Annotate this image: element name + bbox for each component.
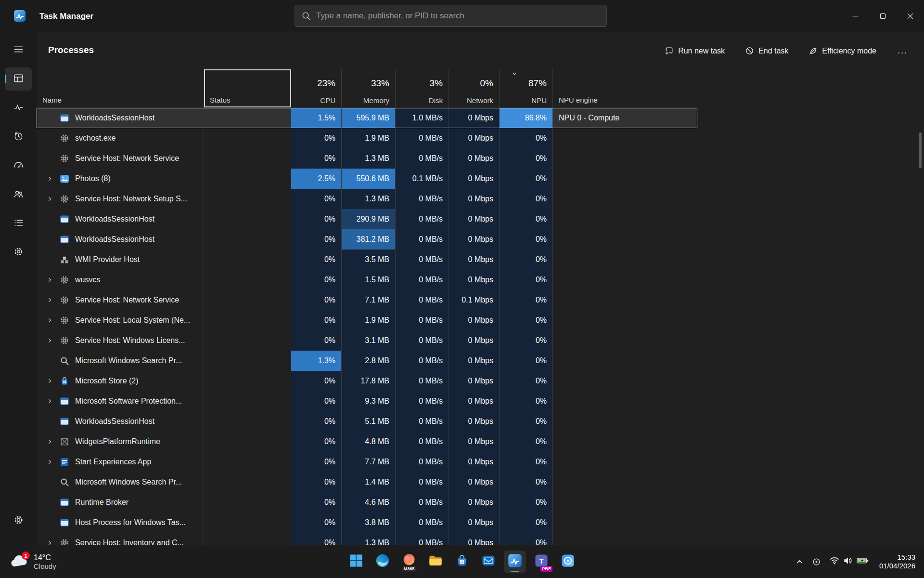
sidebar-item-details[interactable] xyxy=(5,212,32,235)
expand-chevron-icon[interactable] xyxy=(42,459,57,465)
process-row[interactable]: Microsoft Store (2)0%17.8 MB0 MB/s0 Mbps… xyxy=(37,371,697,391)
sidebar-item-menu[interactable] xyxy=(5,39,32,62)
process-row[interactable]: Service Host: Network Service0%1.3 MB0 M… xyxy=(37,148,697,169)
column-header-status[interactable]: Status xyxy=(204,69,291,107)
process-row[interactable]: WorkloadsSessionHost1.5%595.9 MB1.0 MB/s… xyxy=(37,108,697,128)
npu-engine-cell xyxy=(553,452,697,472)
sidebar-bottom-items xyxy=(5,509,32,538)
network-cell: 0 Mbps xyxy=(449,512,500,533)
process-row[interactable]: Host Process for Windows Tas...0%3.8 MB0… xyxy=(37,512,697,533)
app-badge: M365 xyxy=(402,566,417,572)
expand-chevron-icon[interactable] xyxy=(42,378,57,384)
status-cell xyxy=(204,533,291,545)
expand-chevron-icon[interactable] xyxy=(42,398,57,405)
npu-cell: 0% xyxy=(500,148,553,169)
column-header-disk[interactable]: 3% Disk xyxy=(396,69,449,107)
close-button[interactable] xyxy=(897,0,924,32)
minimize-button[interactable] xyxy=(842,0,869,32)
expand-chevron-icon[interactable] xyxy=(42,297,57,303)
process-row[interactable]: Microsoft Software Protection...0%9.3 MB… xyxy=(37,391,697,411)
npu-engine-cell xyxy=(553,391,697,411)
disk-cell: 0 MB/s xyxy=(396,330,449,351)
taskbar-edge-icon[interactable] xyxy=(372,551,394,573)
expand-chevron-icon[interactable] xyxy=(42,196,57,202)
gear-icon xyxy=(60,275,69,285)
weather-widget[interactable]: 1 14°C Cloudy xyxy=(4,548,62,575)
network-cell: 0 Mbps xyxy=(449,391,500,411)
clock[interactable]: 15:33 01/04/2026 xyxy=(874,553,919,570)
name-cell: Runtime Broker xyxy=(37,492,204,512)
tray-app-icon[interactable] xyxy=(808,554,824,570)
disk-cell: 1.0 MB/s xyxy=(396,108,449,128)
memory-cell: 1.3 MB xyxy=(342,189,396,209)
disk-cell: 0 MB/s xyxy=(396,432,449,452)
efficiency-mode-button[interactable]: Efficiency mode xyxy=(804,42,881,59)
memory-cell: 550.6 MB xyxy=(342,169,396,189)
taskbar-teams-icon[interactable]: TPRE xyxy=(530,551,552,573)
expand-chevron-icon[interactable] xyxy=(42,317,57,324)
sidebar-item-settings[interactable] xyxy=(5,509,32,532)
cpu-cell: 2.5% xyxy=(291,169,342,189)
process-row[interactable]: WorkloadsSessionHost0%5.1 MB0 MB/s0 Mbps… xyxy=(37,411,697,432)
search-icon xyxy=(302,12,311,21)
sidebar-item-startup-apps[interactable] xyxy=(5,154,32,177)
memory-cell: 3.1 MB xyxy=(342,330,396,351)
process-row[interactable]: wusvcs0%1.5 MB0 MB/s0 Mbps0% xyxy=(37,270,697,290)
taskbar-microsoft-store-icon[interactable] xyxy=(451,551,473,573)
expand-chevron-icon[interactable] xyxy=(42,337,57,344)
sidebar-item-performance[interactable] xyxy=(5,96,32,119)
process-row[interactable]: Photos (8)2.5%550.6 MB0.1 MB/s0 Mbps0% xyxy=(37,169,697,189)
file-explorer-icon xyxy=(428,553,443,570)
process-row[interactable]: Service Host: Local System (Ne...0%1.9 M… xyxy=(37,310,697,330)
network-cell: 0 Mbps xyxy=(449,108,500,128)
taskbar-file-explorer-icon[interactable] xyxy=(424,551,447,573)
chevron-up-icon[interactable] xyxy=(792,554,808,570)
disk-cell: 0 MB/s xyxy=(396,452,449,472)
process-row[interactable]: WMI Provider Host0%3.5 MB0 MB/s0 Mbps0% xyxy=(37,250,697,270)
expand-chevron-icon[interactable] xyxy=(42,539,57,545)
vertical-scrollbar-thumb[interactable] xyxy=(919,132,922,168)
process-row[interactable]: Start Experiences App0%7.7 MB0 MB/s0 Mbp… xyxy=(37,452,697,472)
sidebar-item-users[interactable] xyxy=(5,183,32,206)
expand-chevron-icon[interactable] xyxy=(42,175,57,182)
sidebar-item-processes[interactable] xyxy=(5,67,32,91)
end-task-button[interactable]: End task xyxy=(740,42,793,59)
process-row[interactable]: WorkloadsSessionHost0%381.2 MB0 MB/s0 Mb… xyxy=(37,229,697,250)
column-header-npu[interactable]: 87% NPU xyxy=(500,69,553,107)
process-row[interactable]: Service Host: Network Setup S...0%1.3 MB… xyxy=(37,189,697,209)
process-row[interactable]: Service Host: Network Service0%7.1 MB0 M… xyxy=(37,290,697,310)
maximize-button[interactable] xyxy=(869,0,897,32)
column-header-memory[interactable]: 33% Memory xyxy=(342,69,396,107)
process-row[interactable]: Microsoft Windows Search Pr...0%1.4 MB0 … xyxy=(37,472,697,492)
process-row[interactable]: Service Host: Windows Licens...0%3.1 MB0… xyxy=(37,330,697,351)
tray-status-group[interactable] xyxy=(826,552,873,571)
process-row[interactable]: Microsoft Windows Search Pr...1.3%2.8 MB… xyxy=(37,351,697,371)
network-cell: 0 Mbps xyxy=(449,452,500,472)
taskbar-photos-icon[interactable] xyxy=(557,551,579,573)
search-input[interactable] xyxy=(316,11,600,21)
name-cell: WidgetsPlatformRuntime xyxy=(37,432,204,452)
more-options-button[interactable]: ... xyxy=(892,44,913,58)
expand-chevron-icon[interactable] xyxy=(42,276,57,283)
column-header-network[interactable]: 0% Network xyxy=(449,69,500,107)
taskbar-task-manager-icon[interactable] xyxy=(504,551,526,573)
process-row[interactable]: Runtime Broker0%4.6 MB0 MB/s0 Mbps0% xyxy=(37,492,697,512)
process-row[interactable]: WidgetsPlatformRuntime0%4.8 MB0 MB/s0 Mb… xyxy=(37,432,697,452)
network-cell: 0 Mbps xyxy=(449,330,500,351)
search-box[interactable] xyxy=(295,5,607,27)
process-row[interactable]: Service Host: Inventory and C...0%1.3 MB… xyxy=(37,533,697,545)
settings-icon xyxy=(13,514,24,527)
column-header-npu-engine[interactable]: NPU engine xyxy=(553,69,697,107)
process-row[interactable]: svchost.exe0%1.9 MB0 MB/s0 Mbps0% xyxy=(37,128,697,148)
taskbar-start-icon[interactable] xyxy=(345,551,367,573)
column-header-cpu[interactable]: 23% CPU xyxy=(291,69,342,107)
expand-chevron-icon[interactable] xyxy=(42,438,57,445)
sidebar xyxy=(0,32,37,545)
sidebar-item-services[interactable] xyxy=(5,241,32,264)
process-row[interactable]: WorkloadsSessionHost0%290.9 MB0 MB/s0 Mb… xyxy=(37,209,697,229)
column-header-name[interactable]: Name xyxy=(37,69,204,107)
run-new-task-button[interactable]: Run new task xyxy=(660,42,730,59)
taskbar-outlook-icon[interactable] xyxy=(477,551,500,573)
sidebar-item-app-history[interactable] xyxy=(5,125,32,148)
taskbar-m365-copilot-icon[interactable]: M365 xyxy=(398,551,420,573)
